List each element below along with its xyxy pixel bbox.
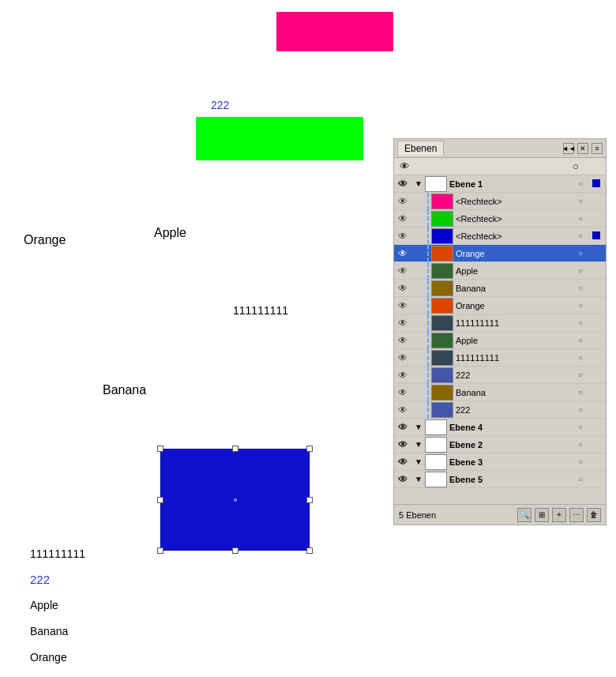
- layer-visibility-dot[interactable]: ○: [573, 423, 588, 431]
- layers-tab[interactable]: Ebenen: [397, 141, 444, 156]
- layer-row[interactable]: 👁111111111○: [394, 314, 606, 332]
- eye-icon[interactable]: 👁: [394, 474, 411, 485]
- layer-visibility-dot[interactable]: ○: [573, 336, 588, 344]
- eye-icon[interactable]: 👁: [394, 422, 411, 433]
- link-line: [427, 210, 430, 228]
- layer-name: 222: [454, 405, 573, 415]
- eye-icon[interactable]: 👁: [394, 352, 411, 363]
- eye-icon[interactable]: 👁: [394, 265, 411, 276]
- eye-icon[interactable]: 👁: [394, 370, 411, 381]
- expand-icon[interactable]: ▼: [413, 475, 424, 483]
- layer-visibility-dot[interactable]: ○: [573, 197, 588, 205]
- handle-top-left[interactable]: [157, 446, 163, 452]
- layer-lock[interactable]: [588, 231, 604, 241]
- layers-panel: Ebenen ◄◄ ✕ ≡ 👁 ○ 👁▼Ebene 1○👁<Rechteck>○…: [393, 138, 607, 525]
- new-layer-button[interactable]: +: [552, 508, 566, 522]
- layer-row[interactable]: 👁222○: [394, 367, 606, 384]
- layer-row[interactable]: 👁▼Ebene 1○: [394, 175, 606, 193]
- layer-visibility-dot[interactable]: ○: [573, 284, 588, 292]
- layer-visibility-dot[interactable]: ○: [573, 318, 588, 327]
- eye-icon[interactable]: 👁: [394, 387, 411, 398]
- layer-visibility-dot[interactable]: ○: [573, 179, 588, 188]
- layer-thumbnail: [425, 419, 447, 435]
- layer-row[interactable]: 👁▼Ebene 5○: [394, 471, 606, 488]
- layer-row[interactable]: 👁▼Ebene 4○: [394, 419, 606, 436]
- layer-visibility-dot[interactable]: ○: [573, 475, 588, 483]
- layer-row[interactable]: 👁Banana○: [394, 280, 606, 297]
- layer-thumbnail: [425, 176, 447, 192]
- layer-name: Ebene 5: [448, 475, 573, 484]
- layer-row[interactable]: 👁Orange○: [394, 297, 606, 314]
- layer-name: Ebene 1: [448, 179, 573, 189]
- layer-visibility-dot[interactable]: ○: [573, 440, 588, 449]
- new-group-button[interactable]: ⊞: [535, 508, 549, 522]
- handle-top-mid[interactable]: [232, 446, 239, 452]
- layer-row[interactable]: 👁▼Ebene 2○: [394, 436, 606, 453]
- expand-icon[interactable]: ▼: [413, 179, 424, 188]
- eye-icon[interactable]: 👁: [394, 300, 411, 311]
- text-apple-bottom: Apple: [30, 599, 58, 611]
- delete-layer-button[interactable]: 🗑: [587, 508, 601, 522]
- layer-row[interactable]: 👁Apple○: [394, 332, 606, 349]
- layer-thumbnail: [431, 280, 453, 296]
- layer-visibility-dot[interactable]: ○: [573, 353, 588, 362]
- collapse-button[interactable]: ◄◄: [563, 143, 574, 154]
- layer-thumbnail: [431, 315, 453, 331]
- layer-row[interactable]: 👁222○: [394, 401, 606, 419]
- layer-visibility-dot[interactable]: ○: [573, 266, 588, 275]
- layer-options-button[interactable]: ⋯: [569, 508, 584, 522]
- layer-lock[interactable]: [588, 179, 604, 189]
- layer-row[interactable]: 👁<Rechteck>○: [394, 193, 606, 210]
- expand-icon[interactable]: ▼: [413, 440, 424, 449]
- layer-thumbnail: [431, 385, 453, 401]
- menu-button[interactable]: ≡: [592, 143, 603, 154]
- layer-row[interactable]: 👁▼Ebene 3○: [394, 453, 606, 471]
- layer-visibility-dot[interactable]: ○: [573, 214, 588, 223]
- handle-mid-right[interactable]: [306, 497, 313, 503]
- text-222-bottom: 222: [30, 573, 50, 586]
- eye-icon[interactable]: 👁: [394, 318, 411, 329]
- layer-visibility-dot[interactable]: ○: [573, 301, 588, 310]
- handle-bot-right[interactable]: [306, 547, 313, 554]
- layer-row[interactable]: 👁Orange○: [394, 245, 606, 262]
- layer-name: 222: [454, 370, 573, 380]
- handle-top-right[interactable]: [306, 446, 313, 452]
- footer-icons: 🔍 ⊞ + ⋯ 🗑: [517, 508, 601, 522]
- layer-visibility-dot[interactable]: ○: [573, 388, 588, 397]
- layer-name: 111111111: [454, 318, 573, 328]
- layer-row[interactable]: 👁111111111○: [394, 349, 606, 367]
- handle-bot-left[interactable]: [157, 547, 163, 554]
- eye-icon[interactable]: 👁: [394, 196, 411, 207]
- handle-bot-mid[interactable]: [232, 547, 239, 554]
- eye-icon[interactable]: 👁: [394, 457, 411, 468]
- eye-icon[interactable]: 👁: [394, 231, 411, 242]
- layer-visibility-dot[interactable]: ○: [573, 405, 588, 414]
- layer-row[interactable]: 👁Banana○: [394, 384, 606, 401]
- link-line: [427, 297, 430, 314]
- layer-thumbnail: [431, 228, 453, 244]
- search-layers-button[interactable]: 🔍: [517, 508, 531, 522]
- text-orange-bottom: Orange: [30, 651, 67, 664]
- center-dot: [234, 498, 237, 502]
- layer-row[interactable]: 👁Apple○: [394, 262, 606, 280]
- eye-icon[interactable]: 👁: [394, 179, 411, 190]
- eye-icon[interactable]: 👁: [394, 404, 411, 416]
- layer-row[interactable]: 👁<Rechteck>○: [394, 228, 606, 245]
- layer-visibility-dot[interactable]: ○: [573, 249, 588, 258]
- eye-icon[interactable]: 👁: [394, 439, 411, 450]
- layer-row[interactable]: 👁<Rechteck>○: [394, 210, 606, 228]
- handle-mid-left[interactable]: [157, 497, 163, 503]
- eye-icon[interactable]: 👁: [394, 213, 411, 224]
- eye-icon[interactable]: 👁: [394, 248, 411, 259]
- expand-icon[interactable]: ▼: [413, 457, 424, 466]
- blue-rect-container[interactable]: [154, 442, 316, 557]
- layer-visibility-dot[interactable]: ○: [573, 370, 588, 379]
- layer-thumbnail: [425, 437, 447, 453]
- expand-icon[interactable]: ▼: [413, 423, 424, 431]
- link-line: [427, 262, 430, 280]
- close-button[interactable]: ✕: [577, 143, 588, 154]
- layer-visibility-dot[interactable]: ○: [573, 231, 588, 240]
- eye-icon[interactable]: 👁: [394, 335, 411, 346]
- layer-visibility-dot[interactable]: ○: [573, 457, 588, 466]
- eye-icon[interactable]: 👁: [394, 283, 411, 294]
